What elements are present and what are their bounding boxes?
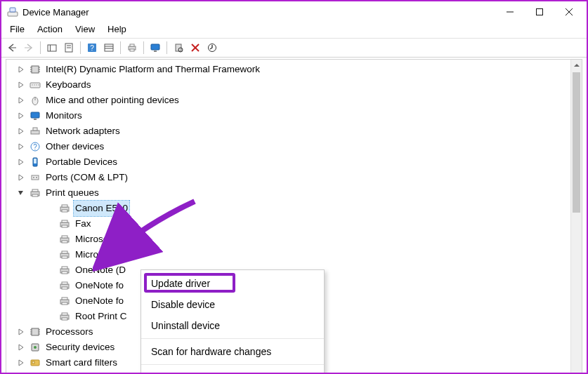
svg-rect-63 xyxy=(62,236,67,238)
svg-rect-22 xyxy=(154,51,157,52)
chevron-right-icon[interactable] xyxy=(17,112,25,120)
tree-item-label: Monitors xyxy=(44,108,84,123)
printer-icon xyxy=(59,249,70,260)
printer-icon xyxy=(59,265,70,276)
svg-rect-80 xyxy=(32,328,39,335)
properties-icon[interactable] xyxy=(61,40,77,55)
svg-rect-45 xyxy=(33,128,37,131)
titlebar: Device Manager xyxy=(1,1,587,22)
other-icon: ? xyxy=(30,141,41,152)
tree-item-label: Fax xyxy=(74,216,93,232)
chevron-right-icon[interactable] xyxy=(17,96,25,105)
device-manager-icon xyxy=(7,6,18,18)
tree-category[interactable]: Monitors xyxy=(10,108,570,123)
svg-rect-54 xyxy=(32,189,38,192)
window-title: Device Manager xyxy=(22,7,89,18)
chevron-right-icon[interactable] xyxy=(17,142,25,151)
list-icon[interactable] xyxy=(101,40,117,55)
ctx-properties[interactable]: Properties xyxy=(141,367,324,373)
svg-rect-64 xyxy=(62,241,67,243)
help-icon[interactable]: ? xyxy=(84,40,100,55)
tree-category[interactable]: Print queues xyxy=(10,185,570,201)
tree-item-label: Root Print C xyxy=(74,309,129,324)
tree-category[interactable]: Mice and other pointing devices xyxy=(10,93,570,108)
printer-icon xyxy=(59,295,70,307)
vertical-scrollbar[interactable] xyxy=(570,60,582,373)
content-area: Intel(R) Dynamic Platform and Thermal Fr… xyxy=(1,58,587,373)
svg-rect-55 xyxy=(32,194,38,196)
chevron-right-icon[interactable] xyxy=(17,173,25,182)
svg-point-39 xyxy=(38,84,39,85)
svg-rect-44 xyxy=(31,131,39,134)
svg-rect-79 xyxy=(62,318,67,320)
tree-device[interactable]: Microsoft P xyxy=(10,232,570,247)
ctx-scan-hardware[interactable]: Scan for hardware changes xyxy=(141,341,324,362)
svg-rect-61 xyxy=(62,225,67,227)
menu-action[interactable]: Action xyxy=(32,22,68,38)
svg-point-88 xyxy=(34,346,37,349)
minimize-button[interactable] xyxy=(495,2,525,22)
tree-category[interactable]: ?Other devices xyxy=(10,139,570,154)
chevron-right-icon[interactable] xyxy=(17,158,25,166)
chevron-right-icon[interactable] xyxy=(17,65,25,74)
tree-device[interactable]: Canon E510 xyxy=(10,201,570,216)
context-menu: Update driver Disable device Uninstall d… xyxy=(141,269,325,373)
chevron-right-icon[interactable] xyxy=(17,328,25,336)
show-hide-icon[interactable] xyxy=(44,40,60,55)
scrollbar-thumb[interactable] xyxy=(573,72,580,213)
svg-text:?: ? xyxy=(33,143,37,151)
svg-point-37 xyxy=(34,84,34,85)
port-icon xyxy=(30,172,41,183)
tree-item-label: OneNote fo xyxy=(74,278,125,293)
tree-device[interactable]: Fax xyxy=(10,216,570,232)
tree-item-label: Processors xyxy=(44,324,95,340)
svg-rect-50 xyxy=(32,175,39,180)
tree-category[interactable]: Portable Devices xyxy=(10,154,570,170)
tree-category[interactable]: Network adapters xyxy=(10,123,570,139)
remove-device-icon[interactable] xyxy=(188,40,203,55)
tree-item-label: Keyboards xyxy=(44,77,93,93)
scrollbar-up-icon[interactable] xyxy=(571,60,582,71)
svg-rect-20 xyxy=(130,49,134,51)
menu-file[interactable]: File xyxy=(4,22,30,38)
chip-icon xyxy=(30,326,41,338)
ctx-uninstall-device[interactable]: Uninstall device xyxy=(141,315,324,336)
svg-rect-49 xyxy=(34,159,37,163)
svg-rect-90 xyxy=(32,361,34,363)
monitor-toolbar-icon[interactable] xyxy=(148,40,163,55)
scan-hardware-icon[interactable] xyxy=(171,40,186,55)
svg-rect-57 xyxy=(62,205,67,207)
chevron-right-icon[interactable] xyxy=(17,359,25,367)
menu-help[interactable]: Help xyxy=(102,22,132,38)
ctx-disable-device[interactable]: Disable device xyxy=(141,294,324,315)
print-icon[interactable] xyxy=(124,40,140,55)
svg-rect-70 xyxy=(62,272,67,274)
toolbar-separator xyxy=(80,41,81,54)
tree-category[interactable]: Keyboards xyxy=(10,77,570,93)
menu-view[interactable]: View xyxy=(70,22,100,38)
close-button[interactable] xyxy=(554,2,584,22)
chevron-right-icon[interactable] xyxy=(17,343,25,352)
tree-category[interactable]: Ports (COM & LPT) xyxy=(10,170,570,185)
chip-icon xyxy=(30,64,41,75)
security-icon xyxy=(30,342,41,353)
ctx-update-driver[interactable]: Update driver xyxy=(141,273,324,294)
tree-item-label: Canon E510 xyxy=(74,201,129,216)
tree-device[interactable]: Microsoft X xyxy=(10,247,570,262)
toolbar-separator xyxy=(40,41,41,54)
tree-item-label: Microsoft X xyxy=(74,247,124,262)
tree-item-label: Portable Devices xyxy=(44,154,119,170)
mouse-icon xyxy=(30,95,41,106)
chevron-right-icon[interactable] xyxy=(17,81,25,89)
printer-icon xyxy=(59,311,70,322)
svg-rect-76 xyxy=(62,302,67,305)
maximize-button[interactable] xyxy=(525,2,554,22)
chevron-down-icon[interactable] xyxy=(17,189,25,197)
forward-icon[interactable] xyxy=(21,40,37,55)
tree-category[interactable]: Intel(R) Dynamic Platform and Thermal Fr… xyxy=(10,62,570,77)
update-driver-toolbar-icon[interactable] xyxy=(204,40,220,55)
back-icon[interactable] xyxy=(4,40,20,55)
tree-item-label: OneNote fo xyxy=(74,293,125,309)
tree-item-label: Intel(R) Dynamic Platform and Thermal Fr… xyxy=(44,62,261,77)
chevron-right-icon[interactable] xyxy=(17,127,25,135)
